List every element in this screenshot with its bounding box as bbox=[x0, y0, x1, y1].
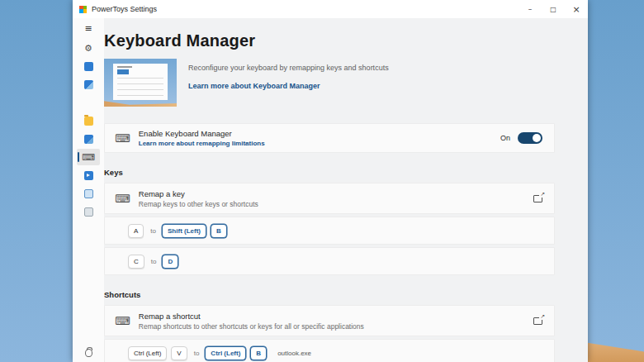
keycap-to: D bbox=[162, 255, 178, 269]
folder-icon bbox=[84, 117, 93, 126]
keyboard-icon: ⌨ bbox=[115, 193, 130, 204]
enable-keyboard-manager-card: ⌨ Enable Keyboard Manager Learn more abo… bbox=[104, 123, 555, 153]
awake-icon bbox=[84, 62, 93, 71]
key-mapping-row: C to D bbox=[104, 247, 555, 275]
sidebar-item-awake[interactable] bbox=[77, 58, 100, 74]
wallpaper-hill bbox=[586, 337, 644, 362]
desktop-wallpaper: PowerToys Settings – □ × ≡ ⚙ bbox=[0, 0, 644, 362]
sidebar-nav: ≡ ⚙ ⌨ bbox=[73, 18, 104, 362]
keycap-to: B bbox=[211, 224, 227, 238]
keycap-to: Shift (Left) bbox=[162, 224, 206, 238]
powertoys-logo-icon bbox=[79, 6, 87, 13]
open-remap-shortcut-window-icon[interactable] bbox=[533, 317, 542, 325]
remap-shortcut-title: Remap a shortcut bbox=[139, 312, 364, 321]
bug-report-icon[interactable] bbox=[85, 349, 92, 357]
image-resizer-icon bbox=[84, 135, 93, 144]
sidebar-item-color-picker[interactable] bbox=[77, 76, 100, 93]
shortcuts-section-label: Shortcuts bbox=[104, 290, 555, 299]
sidebar-item-general[interactable]: ⚙ bbox=[77, 40, 100, 56]
keycap-from: C bbox=[128, 255, 144, 269]
remap-key-title: Remap a key bbox=[139, 189, 258, 198]
minimize-button[interactable]: – bbox=[519, 0, 542, 18]
preview-hill bbox=[104, 99, 177, 107]
feedback-slot bbox=[73, 349, 104, 357]
gear-icon: ⚙ bbox=[84, 44, 92, 53]
close-button[interactable]: × bbox=[565, 0, 588, 18]
powertoys-settings-window: PowerToys Settings – □ × ≡ ⚙ bbox=[73, 0, 588, 362]
toggle-state-label: On bbox=[500, 134, 510, 142]
keycap-to: Ctrl (Left) bbox=[205, 346, 246, 360]
keys-section-label: Keys bbox=[104, 168, 555, 177]
key-mapping-row: A to Shift (Left) B bbox=[104, 217, 555, 245]
remap-shortcut-subtitle: Remap shortcuts to other shortcuts or ke… bbox=[139, 322, 364, 331]
to-label: to bbox=[151, 258, 157, 265]
keyboard-icon: ⌨ bbox=[115, 133, 130, 144]
sidebar-item-keyboard-manager[interactable]: ⌨ bbox=[77, 149, 100, 165]
main-content: Keyboard Manager bbox=[104, 18, 588, 362]
titlebar: PowerToys Settings – □ × bbox=[73, 0, 588, 18]
to-label: to bbox=[194, 350, 200, 357]
module-about: Reconfigure your keyboard by remapping k… bbox=[104, 59, 555, 107]
hamburger-menu-icon[interactable]: ≡ bbox=[78, 21, 99, 36]
module-preview-image bbox=[104, 59, 177, 107]
window-title: PowerToys Settings bbox=[92, 5, 157, 13]
sidebar-item-file-explorer[interactable] bbox=[77, 112, 100, 129]
preview-mini-window bbox=[113, 64, 168, 100]
open-remap-key-window-icon[interactable] bbox=[533, 195, 542, 202]
to-label: to bbox=[150, 227, 156, 235]
caption-buttons: – □ × bbox=[519, 0, 588, 18]
keycap-from: V bbox=[171, 346, 187, 360]
sidebar-item-image-resizer[interactable] bbox=[77, 131, 100, 147]
remap-a-key-card[interactable]: ⌨ Remap a key Remap keys to other keys o… bbox=[104, 183, 555, 214]
learn-more-link[interactable]: Learn more about Keyboard Manager bbox=[188, 82, 320, 90]
keycap-to: B bbox=[250, 346, 267, 360]
remapping-limitations-link[interactable]: Learn more about remapping limitations bbox=[139, 140, 265, 147]
sidebar-item-shortcut-guide[interactable] bbox=[77, 203, 100, 220]
module-description: Reconfigure your keyboard by remapping k… bbox=[188, 64, 389, 72]
keycap-from: A bbox=[128, 224, 144, 238]
target-app-name: outlook.exe bbox=[277, 350, 311, 357]
keyboard-icon: ⌨ bbox=[82, 153, 95, 162]
remap-a-shortcut-card[interactable]: ⌨ Remap a shortcut Remap shortcuts to ot… bbox=[104, 305, 555, 336]
powertoys-run-icon bbox=[84, 189, 93, 198]
remap-key-subtitle: Remap keys to other keys or shortcuts bbox=[139, 200, 258, 208]
sidebar-item-powertoys-run[interactable] bbox=[77, 185, 100, 202]
color-picker-icon bbox=[84, 80, 93, 89]
power-rename-icon bbox=[84, 171, 93, 180]
maximize-button[interactable]: □ bbox=[542, 0, 565, 18]
page-title: Keyboard Manager bbox=[104, 31, 555, 50]
shortcut-mapping-row: Ctrl (Left) V to Ctrl (Left) B outlook.e… bbox=[104, 339, 555, 362]
sidebar-item-fancyzones[interactable] bbox=[77, 94, 100, 111]
keycap-from: Ctrl (Left) bbox=[128, 346, 167, 360]
enable-title: Enable Keyboard Manager bbox=[139, 129, 265, 138]
enable-toggle[interactable] bbox=[518, 132, 542, 144]
shortcut-guide-icon bbox=[84, 207, 93, 217]
sidebar-item-power-rename[interactable] bbox=[77, 167, 100, 183]
keyboard-icon: ⌨ bbox=[115, 316, 130, 326]
fancyzones-icon bbox=[84, 98, 93, 107]
